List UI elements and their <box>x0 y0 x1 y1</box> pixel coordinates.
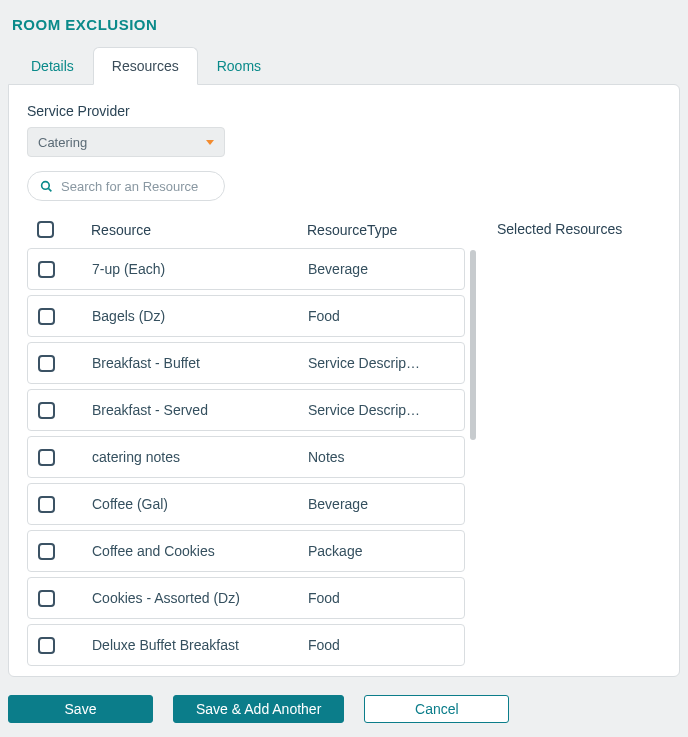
resource-type: Beverage <box>308 496 454 512</box>
table-row[interactable]: Breakfast - Served Service Descrip… <box>27 389 465 431</box>
resource-type: Food <box>308 637 454 653</box>
search-icon <box>40 180 53 193</box>
row-checkbox[interactable] <box>38 355 55 372</box>
search-container <box>27 171 225 201</box>
table-row[interactable]: Coffee and Cookies Package <box>27 530 465 572</box>
tabs: Details Resources Rooms <box>12 47 680 84</box>
resource-name: Cookies - Assorted (Dz) <box>78 590 308 606</box>
row-checkbox[interactable] <box>38 308 55 325</box>
row-checkbox[interactable] <box>38 449 55 466</box>
table-row[interactable]: Bagels (Dz) Food <box>27 295 465 337</box>
select-all-checkbox[interactable] <box>37 221 54 238</box>
resource-name: Deluxe Buffet Breakfast <box>78 637 308 653</box>
resource-type: Food <box>308 308 454 324</box>
row-checkbox[interactable] <box>38 543 55 560</box>
selected-resources-panel: Selected Resources <box>497 217 661 668</box>
row-checkbox[interactable] <box>38 402 55 419</box>
save-button[interactable]: Save <box>8 695 153 723</box>
table-row[interactable]: Coffee (Gal) Beverage <box>27 483 465 525</box>
table-row[interactable]: catering notes Notes <box>27 436 465 478</box>
row-checkbox[interactable] <box>38 637 55 654</box>
selected-resources-title: Selected Resources <box>497 217 661 237</box>
resources-list: Resource ResourceType 7-up (Each) Bevera… <box>27 217 477 668</box>
table-row[interactable]: Deluxe Buffet Breakfast Food <box>27 624 465 666</box>
content-row: Resource ResourceType 7-up (Each) Bevera… <box>27 217 661 668</box>
service-provider-select[interactable]: Catering <box>27 127 225 157</box>
resource-name: Coffee (Gal) <box>78 496 308 512</box>
list-header: Resource ResourceType <box>27 217 477 248</box>
resource-name: Breakfast - Served <box>78 402 308 418</box>
resource-name: Coffee and Cookies <box>78 543 308 559</box>
resource-type: Service Descrip… <box>308 355 454 371</box>
svg-point-0 <box>42 181 50 189</box>
row-checkbox[interactable] <box>38 590 55 607</box>
page-title: ROOM EXCLUSION <box>8 8 680 47</box>
table-row[interactable]: 7-up (Each) Beverage <box>27 248 465 290</box>
list-body: 7-up (Each) Beverage Bagels (Dz) Food Br… <box>27 248 465 668</box>
header-resource: Resource <box>77 222 307 238</box>
resource-type: Beverage <box>308 261 454 277</box>
resource-type: Food <box>308 590 454 606</box>
service-provider-label: Service Provider <box>27 103 661 119</box>
resource-type: Notes <box>308 449 454 465</box>
resource-name: Bagels (Dz) <box>78 308 308 324</box>
button-row: Save Save & Add Another Cancel <box>8 695 680 723</box>
tab-resources[interactable]: Resources <box>93 47 198 85</box>
row-checkbox[interactable] <box>38 261 55 278</box>
resource-name: catering notes <box>78 449 308 465</box>
resource-type: Service Descrip… <box>308 402 454 418</box>
tab-details[interactable]: Details <box>12 47 93 84</box>
scrollbar[interactable] <box>470 250 476 440</box>
resources-panel: Service Provider Catering Resource Resou… <box>8 84 680 677</box>
search-input[interactable] <box>61 179 229 194</box>
table-row[interactable]: Breakfast - Buffet Service Descrip… <box>27 342 465 384</box>
header-type: ResourceType <box>307 222 467 238</box>
service-provider-value: Catering <box>38 135 87 150</box>
row-checkbox[interactable] <box>38 496 55 513</box>
tab-rooms[interactable]: Rooms <box>198 47 280 84</box>
resource-name: 7-up (Each) <box>78 261 308 277</box>
svg-line-1 <box>48 188 51 191</box>
resource-type: Package <box>308 543 454 559</box>
list-body-wrap: 7-up (Each) Beverage Bagels (Dz) Food Br… <box>27 248 477 668</box>
chevron-down-icon <box>206 140 214 145</box>
save-add-another-button[interactable]: Save & Add Another <box>173 695 344 723</box>
cancel-button[interactable]: Cancel <box>364 695 509 723</box>
table-row[interactable]: Cookies - Assorted (Dz) Food <box>27 577 465 619</box>
resource-name: Breakfast - Buffet <box>78 355 308 371</box>
